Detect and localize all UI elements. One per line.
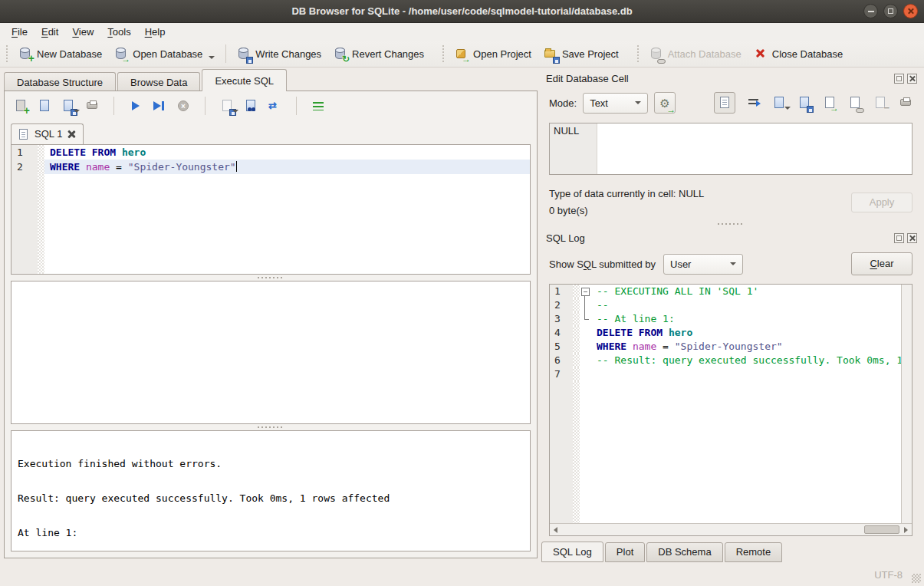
execution-message-area[interactable]: Execution finished without errors. Resul… bbox=[11, 430, 531, 551]
link-cell-icon[interactable] bbox=[848, 96, 862, 110]
open-database-dropdown-icon[interactable] bbox=[209, 56, 215, 59]
code-line[interactable]: WHERE name = "Spider-Youngster" bbox=[44, 160, 530, 174]
fold-marker[interactable] bbox=[580, 285, 591, 298]
open-database-icon bbox=[114, 47, 128, 61]
vertical-scrollbar[interactable] bbox=[901, 285, 912, 523]
results-grid[interactable] bbox=[11, 281, 531, 424]
minimize-icon bbox=[868, 11, 874, 12]
splitter-handle[interactable] bbox=[5, 275, 537, 281]
tab-db-schema[interactable]: DB Schema bbox=[646, 542, 722, 562]
close-dock-icon[interactable] bbox=[907, 233, 917, 243]
open-project-button[interactable]: Open Project bbox=[449, 43, 538, 64]
log-line: -- At line 1: bbox=[591, 312, 901, 326]
word-wrap-icon[interactable] bbox=[747, 96, 761, 110]
sql-editor-toolbar bbox=[5, 91, 537, 120]
sql-file-tab[interactable]: SQL 1 bbox=[11, 123, 84, 144]
close-database-button[interactable]: Close Database bbox=[748, 43, 850, 64]
mode-label: Mode: bbox=[549, 97, 577, 109]
tab-plot[interactable]: Plot bbox=[605, 542, 645, 562]
text-document-icon bbox=[718, 96, 732, 110]
revert-changes-icon bbox=[334, 47, 347, 61]
fold-marker bbox=[580, 354, 591, 367]
fold-marker bbox=[580, 367, 591, 381]
scroll-left-icon[interactable] bbox=[550, 524, 561, 535]
fold-marker bbox=[580, 298, 591, 312]
apply-settings-button[interactable] bbox=[654, 92, 676, 114]
tab-remote[interactable]: Remote bbox=[725, 542, 783, 562]
horizontal-scrollbar[interactable] bbox=[550, 523, 912, 535]
close-dock-icon[interactable] bbox=[907, 74, 917, 84]
menu-help[interactable]: Help bbox=[138, 24, 173, 40]
editor-line[interactable]: 1 DELETE FROM hero bbox=[12, 145, 530, 160]
sql-file-tab-bar: SQL 1 bbox=[5, 120, 537, 144]
open-sql-file-icon[interactable] bbox=[38, 99, 51, 113]
save-cell-icon[interactable] bbox=[797, 96, 811, 110]
sql-editor[interactable]: 1 DELETE FROM hero 2 WHERE name = "Spide… bbox=[11, 144, 531, 275]
print-cell-icon[interactable] bbox=[899, 96, 912, 110]
text-cursor bbox=[236, 161, 238, 172]
log-line-number: 5 bbox=[550, 340, 573, 354]
chevron-down-icon bbox=[730, 262, 736, 265]
fold-marker bbox=[580, 312, 591, 326]
tab-execute-sql[interactable]: Execute SQL bbox=[202, 69, 287, 91]
text-mode-button[interactable] bbox=[714, 92, 735, 114]
scrollbar-thumb[interactable] bbox=[864, 525, 899, 534]
mode-value: Text bbox=[590, 97, 629, 109]
menu-edit[interactable]: Edit bbox=[35, 24, 65, 40]
set-null-icon bbox=[873, 96, 887, 110]
cell-info: Type of data currently in cell: NULL 0 b… bbox=[541, 175, 920, 219]
new-database-button[interactable]: New Database bbox=[12, 43, 108, 64]
dock-area: Edit Database Cell Mode: Text NULL bbox=[541, 69, 920, 562]
menu-view[interactable]: View bbox=[65, 24, 100, 40]
float-dock-icon[interactable] bbox=[894, 74, 904, 84]
close-button[interactable] bbox=[903, 4, 918, 18]
save-project-button[interactable]: Save Project bbox=[538, 43, 625, 64]
maximize-button[interactable] bbox=[883, 4, 898, 18]
execute-all-icon[interactable] bbox=[129, 99, 143, 113]
menu-tools[interactable]: Tools bbox=[100, 24, 137, 40]
open-database-button[interactable]: Open Database bbox=[108, 43, 221, 64]
close-tab-icon[interactable] bbox=[67, 130, 75, 138]
close-icon bbox=[907, 8, 914, 15]
find-icon[interactable] bbox=[244, 99, 258, 113]
scroll-right-icon[interactable] bbox=[900, 524, 912, 535]
float-dock-icon[interactable] bbox=[894, 233, 904, 243]
find-replace-icon[interactable] bbox=[268, 99, 281, 113]
print-icon[interactable] bbox=[85, 99, 99, 113]
line-number: 1 bbox=[12, 145, 38, 160]
cell-value-editor[interactable]: NULL bbox=[549, 123, 912, 175]
fold-marker bbox=[580, 340, 591, 354]
export-results-icon bbox=[220, 99, 234, 113]
editor-line-active[interactable]: 2 WHERE name = "Spider-Youngster" bbox=[12, 160, 530, 174]
sql-log-controls: Show SQL submitted by User Clear bbox=[541, 247, 920, 281]
status-bar: UTF-8 bbox=[0, 563, 924, 586]
submitter-select[interactable]: User bbox=[663, 254, 743, 275]
maximize-icon bbox=[888, 8, 893, 14]
log-line-number: 4 bbox=[550, 326, 573, 340]
minimize-button[interactable] bbox=[863, 4, 878, 18]
import-cell-icon[interactable] bbox=[772, 96, 786, 110]
auto-format-icon[interactable] bbox=[311, 99, 325, 113]
code-line[interactable]: DELETE FROM hero bbox=[44, 145, 530, 160]
export-cell-icon[interactable] bbox=[823, 96, 837, 110]
revert-changes-button[interactable]: Revert Changes bbox=[327, 43, 430, 64]
mode-select[interactable]: Text bbox=[583, 93, 648, 114]
tab-sql-log[interactable]: SQL Log bbox=[541, 542, 603, 562]
tab-database-structure[interactable]: Database Structure bbox=[4, 72, 116, 91]
clear-button[interactable]: Clear bbox=[851, 252, 912, 275]
menu-file[interactable]: File bbox=[5, 24, 35, 40]
attach-database-button: Attach Database bbox=[643, 43, 748, 64]
log-line-number: 1 bbox=[550, 285, 573, 298]
splitter-handle[interactable] bbox=[5, 424, 537, 430]
cell-size-info: 0 byte(s) bbox=[549, 202, 851, 219]
message-line: At line 1: bbox=[18, 527, 524, 538]
save-sql-file-icon[interactable] bbox=[61, 99, 75, 113]
execute-line-icon[interactable] bbox=[153, 99, 166, 113]
message-line: Execution finished without errors. bbox=[18, 458, 524, 469]
splitter-handle[interactable] bbox=[541, 219, 920, 229]
new-sql-tab-icon[interactable] bbox=[14, 99, 28, 113]
line-number: 2 bbox=[12, 160, 38, 174]
tab-browse-data[interactable]: Browse Data bbox=[117, 72, 200, 91]
resize-grip-icon[interactable] bbox=[912, 574, 921, 583]
write-changes-button[interactable]: Write Changes bbox=[231, 43, 327, 64]
